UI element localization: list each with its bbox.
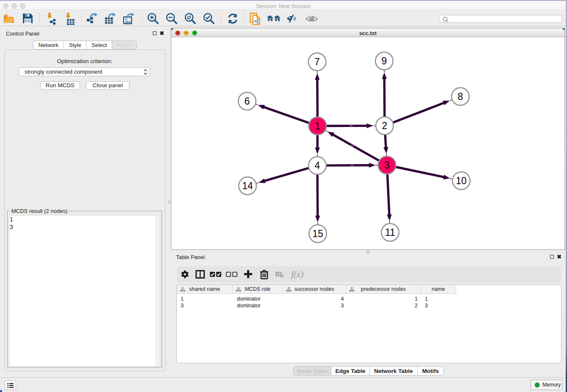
- svg-text:1: 1: [315, 121, 320, 132]
- svg-text:9: 9: [382, 55, 387, 66]
- svg-text:6: 6: [245, 96, 250, 107]
- svg-text:10: 10: [456, 175, 467, 186]
- svg-text:3: 3: [384, 160, 390, 171]
- svg-text:4: 4: [315, 160, 320, 171]
- svg-text:14: 14: [242, 180, 253, 191]
- svg-text:8: 8: [458, 91, 463, 102]
- svg-text:11: 11: [385, 227, 395, 238]
- svg-text:15: 15: [312, 228, 323, 239]
- svg-text:7: 7: [314, 56, 320, 67]
- svg-text:2: 2: [382, 120, 388, 131]
